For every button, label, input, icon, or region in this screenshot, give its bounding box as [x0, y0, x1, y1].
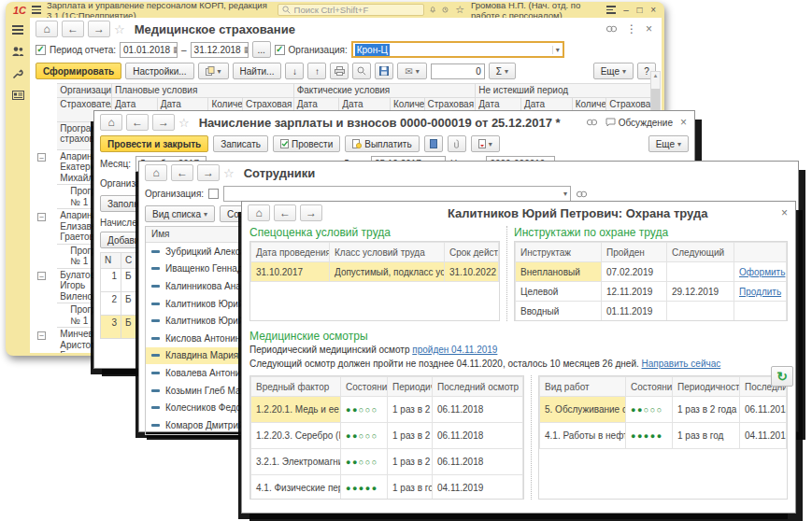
calendar-icon[interactable]: ▦ [244, 45, 249, 54]
home-button[interactable]: ⌂ [100, 114, 122, 131]
table-row[interactable]: Вводный 01.11.2019 [516, 302, 787, 321]
more-menu-icon[interactable]: ⋮ [626, 22, 637, 35]
sidebar-employees-icon[interactable] [11, 46, 24, 57]
settings-button[interactable]: Настройки... [125, 63, 193, 79]
panel-settings-icon[interactable] [606, 6, 616, 14]
col-org: Организация [57, 84, 112, 98]
org-checkbox[interactable] [208, 189, 219, 199]
sidebar-card-icon[interactable] [12, 91, 24, 100]
list-view-button[interactable]: Вид списка▾ [145, 205, 215, 222]
register-records-button[interactable] [424, 135, 443, 152]
link-icon[interactable] [576, 190, 588, 199]
send-mail-button[interactable]: ✉▾ [397, 63, 426, 79]
print-button[interactable] [330, 63, 349, 79]
doc-arrow-icon [478, 139, 486, 148]
history-clock-icon[interactable] [442, 5, 449, 15]
close-insurance-window[interactable]: × [646, 22, 652, 35]
favorite-star-icon[interactable]: ☆ [178, 116, 190, 130]
refresh-button[interactable]: ↻ [771, 366, 793, 387]
notifications-bell-icon[interactable] [430, 5, 435, 15]
period-checkbox[interactable]: ✓ [36, 45, 46, 55]
sort-asc-button[interactable]: ↓ [285, 63, 304, 79]
forward-button[interactable]: → [300, 204, 322, 221]
home-button[interactable]: ⌂ [36, 21, 58, 37]
favorite-star-icon[interactable]: ☆ [223, 166, 235, 180]
main-menu-icon[interactable] [32, 6, 41, 14]
status-dots: ●●●●● [346, 484, 378, 493]
app-sidebar [6, 18, 30, 356]
post-and-close-button[interactable]: Провести и закрыть [100, 135, 208, 152]
sidebar-wrench-icon[interactable] [12, 68, 23, 79]
save-button[interactable]: Записать [213, 135, 268, 152]
favorite-star-icon[interactable]: ☆ [114, 22, 125, 36]
maximize-button[interactable]: □ [636, 5, 644, 15]
tree-collapse-icon[interactable]: – [37, 153, 46, 162]
org-checkbox[interactable]: ✓ [275, 45, 285, 55]
search-icon [282, 6, 291, 14]
date-from-field[interactable]: 01.01.2018▦ [120, 42, 178, 58]
back-button[interactable]: ← [171, 164, 193, 181]
safety-window-title: Калитников Юрий Петрович: Охрана труда [448, 206, 707, 220]
chevron-down-icon[interactable]: ▾ [552, 46, 563, 54]
extend-instruction-link[interactable]: Продлить [739, 287, 781, 297]
table-row[interactable]: 4.1. Работы в нефтян... ●●●●● 1 раз в го… [540, 423, 787, 449]
person-dash-icon [151, 250, 160, 253]
org-combo[interactable]: ▾ [223, 186, 571, 202]
preview-button[interactable] [352, 63, 371, 79]
generate-button[interactable]: Сформировать [36, 63, 121, 79]
medical-passed-link[interactable]: пройден 04.11.2019 [412, 345, 497, 355]
sort-desc-button[interactable]: ↑ [307, 63, 326, 79]
pay-button[interactable]: Выплатить [345, 135, 419, 152]
forward-button[interactable]: → [88, 21, 110, 37]
close-app-button[interactable]: × [649, 5, 657, 15]
more-button[interactable]: Еще▾ [593, 63, 634, 79]
close-payroll-window[interactable]: × [680, 116, 687, 129]
table-row-selected[interactable]: 5. Обслуживание со... ●●○○○ 1 раз в 2 го… [540, 397, 787, 423]
col-n: N [101, 253, 121, 269]
issue-instruction-link[interactable]: Оформить [739, 267, 785, 277]
table-row[interactable]: 1.2.20.3. Серебро (Р) и ... ●●○○○ 1 раз … [251, 423, 523, 449]
table-row[interactable]: 4.1. Физические перегр... ●●●●● 1 раз в … [251, 475, 523, 500]
counter-field[interactable]: 0 [431, 63, 485, 79]
report-variants-button[interactable]: ▾ [198, 63, 229, 79]
attachments-button[interactable] [448, 135, 466, 152]
favorites-star-icon[interactable]: ☆ [455, 4, 464, 16]
send-now-link[interactable]: Направить сейчас [642, 359, 721, 369]
date-to-field[interactable]: 31.12.2018▦ [191, 42, 249, 58]
table-row-selected[interactable]: 1.2.20.1. Медь и ее сое... ●●○○○ 1 раз в… [251, 397, 523, 423]
find-button[interactable]: Найти... [233, 63, 282, 79]
post-button[interactable]: Провести [273, 135, 340, 152]
sidebar-menu-icon[interactable] [12, 25, 23, 35]
forward-button[interactable]: → [152, 114, 175, 131]
create-based-on-button[interactable]: ▾ [471, 135, 500, 152]
forward-button[interactable]: → [197, 164, 220, 181]
back-button[interactable]: ← [62, 21, 84, 37]
work-types-table: Вид работ Состояние Периодичность Послед… [539, 376, 787, 449]
table-row-selected[interactable]: Внеплановый 07.02.2019 Оформить [516, 262, 787, 282]
org-combo[interactable]: Крон-Ц ▾ [351, 41, 564, 58]
period-choice-button[interactable]: ... [252, 41, 271, 58]
close-safety-window[interactable]: × [781, 206, 788, 219]
chevron-down-icon[interactable]: ▾ [563, 190, 567, 198]
home-button[interactable]: ⌂ [248, 204, 270, 221]
back-button[interactable]: ← [274, 204, 296, 221]
global-search-input[interactable]: Поиск Ctrl+Shift+F [278, 4, 424, 16]
more-button[interactable]: Еще▾ [648, 135, 689, 152]
table-row[interactable]: 3.2.1. Электромагнитно... ●●○○○ 1 раз в … [251, 449, 523, 475]
pay-icon [352, 139, 362, 148]
medical-status-line: Периодический медицинский осмотр пройден… [249, 343, 788, 357]
table-row[interactable]: Целевой 12.11.2019 29.12.2019 Продлить [516, 282, 787, 302]
back-button[interactable]: ← [126, 114, 149, 131]
sum-button[interactable]: Σ▾ [489, 63, 516, 79]
link-icon[interactable] [605, 24, 618, 34]
person-dash-icon [151, 285, 160, 288]
person-dash-icon [151, 354, 160, 357]
save-button[interactable] [375, 63, 393, 79]
minimize-button[interactable]: – [622, 5, 630, 15]
calendar-icon[interactable]: ▦ [173, 45, 178, 54]
link-icon[interactable] [586, 118, 598, 127]
org-selected-value: Крон-Ц [355, 44, 390, 56]
home-button[interactable]: ⌂ [145, 164, 167, 181]
discussion-button[interactable]: Обсуждение [605, 118, 673, 128]
table-row-selected[interactable]: 31.10.2017 Допустимый, подкласс усло... … [251, 262, 499, 282]
